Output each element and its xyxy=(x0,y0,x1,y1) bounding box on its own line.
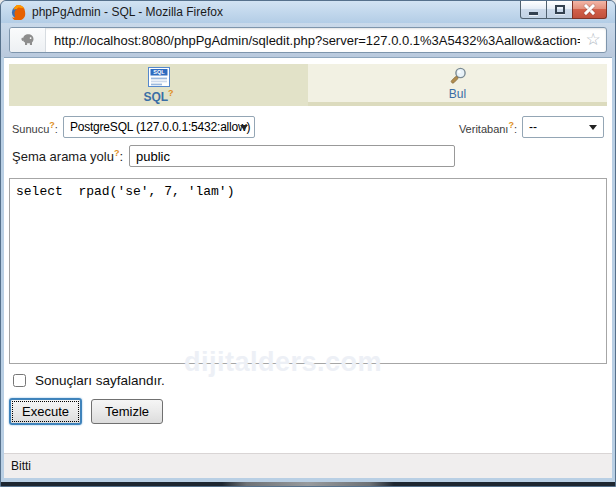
status-bar: Bitti xyxy=(4,453,612,478)
sql-help-link[interactable]: ? xyxy=(168,88,174,98)
svg-text:SQL: SQL xyxy=(153,69,165,75)
server-select-value: PostgreSQL (127.0.0.1:5432:allow) xyxy=(70,120,250,134)
minimize-icon xyxy=(529,12,538,15)
close-button[interactable] xyxy=(572,1,607,19)
database-select-value: -- xyxy=(529,120,537,134)
window-title: phpPgAdmin - SQL - Mozilla Firefox xyxy=(32,5,223,19)
button-row: Execute Temizle xyxy=(9,397,163,425)
sql-document-icon: SQL xyxy=(148,67,170,87)
address-bar[interactable]: http://localhost:8080/phpPgAdmin/sqledit… xyxy=(9,27,607,53)
schema-row: Şema arama yolu?: xyxy=(12,143,455,169)
page-content: SQL SQL? Bul Sunucu?: PostgreSQL xyxy=(4,57,612,478)
chevron-down-icon xyxy=(240,125,248,130)
status-text: Bitti xyxy=(11,459,31,473)
close-icon xyxy=(583,4,596,15)
tab-bul[interactable]: Bul xyxy=(308,64,607,106)
chevron-down-icon xyxy=(589,125,597,130)
paginate-row: Sonuçları sayfalandır. xyxy=(13,370,165,390)
schema-label: Şema arama yolu?: xyxy=(12,148,123,164)
clear-button[interactable]: Temizle xyxy=(91,399,163,424)
firefox-icon xyxy=(10,4,26,20)
minimize-button[interactable] xyxy=(520,1,547,19)
server-label: Sunucu?: xyxy=(12,120,58,135)
tab-bar: SQL SQL? Bul xyxy=(9,64,607,106)
database-select[interactable]: -- xyxy=(522,116,604,138)
firefox-window: phpPgAdmin - SQL - Mozilla Firefox http:… xyxy=(0,0,616,487)
execute-button[interactable]: Execute xyxy=(9,398,82,425)
navigation-bar: http://localhost:8080/phpPgAdmin/sqledit… xyxy=(1,23,615,57)
schema-input[interactable] xyxy=(129,145,455,167)
tab-sql-label: SQL? xyxy=(143,88,173,104)
window-controls xyxy=(521,1,607,19)
server-select[interactable]: PostgreSQL (127.0.0.1:5432:allow) xyxy=(63,116,255,138)
postgresql-elephant-icon xyxy=(20,32,36,48)
maximize-icon xyxy=(555,5,565,14)
site-identity-button[interactable] xyxy=(10,28,46,52)
paginate-label: Sonuçları sayfalandır. xyxy=(35,373,165,388)
tab-sql[interactable]: SQL SQL? xyxy=(9,64,308,106)
sql-textarea[interactable]: select rpad('se', 7, 'lam') xyxy=(9,178,607,364)
url-input[interactable]: http://localhost:8080/phpPgAdmin/sqledit… xyxy=(46,33,580,48)
paginate-checkbox[interactable] xyxy=(13,374,26,387)
maximize-button[interactable] xyxy=(546,1,573,19)
tab-bul-label: Bul xyxy=(449,87,466,101)
bookmark-star-icon[interactable]: ☆ xyxy=(580,28,606,52)
database-label: Veritabanı?: xyxy=(459,120,517,135)
server-row: Sunucu?: PostgreSQL (127.0.0.1:5432:allo… xyxy=(12,115,604,139)
magnifier-icon xyxy=(448,66,468,86)
